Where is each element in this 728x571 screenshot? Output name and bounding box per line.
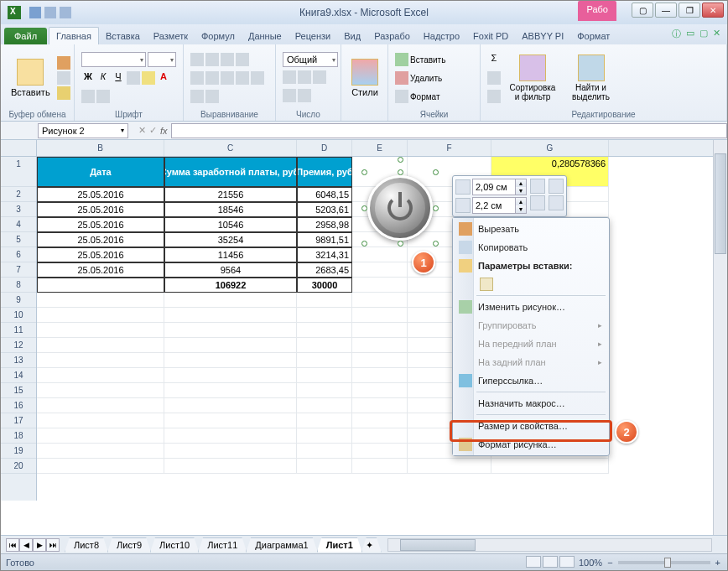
- mdi-close-icon[interactable]: ✕: [713, 28, 720, 40]
- ribbon-minimize-button[interactable]: ▢: [632, 3, 653, 18]
- currency-icon[interactable]: [283, 70, 296, 84]
- row-header[interactable]: 7: [1, 262, 36, 278]
- cell[interactable]: [297, 368, 352, 383]
- row-header[interactable]: 19: [1, 444, 36, 459]
- cell[interactable]: [352, 383, 408, 398]
- view-pagelayout-icon[interactable]: [543, 556, 558, 568]
- cell[interactable]: [352, 428, 408, 444]
- border-icon[interactable]: [127, 71, 140, 85]
- cell[interactable]: 5203,61: [297, 202, 352, 217]
- cell[interactable]: [297, 413, 352, 428]
- cell[interactable]: [297, 459, 352, 474]
- cell[interactable]: 21556: [164, 187, 297, 202]
- cell[interactable]: [297, 338, 352, 353]
- cell[interactable]: [352, 338, 408, 353]
- cell[interactable]: [408, 459, 491, 474]
- picture-power-button[interactable]: [367, 175, 433, 241]
- cell[interactable]: [352, 278, 408, 293]
- cell[interactable]: 6048,15: [297, 187, 352, 202]
- cell[interactable]: [352, 398, 408, 413]
- cell[interactable]: [164, 428, 297, 444]
- horizontal-scrollbar[interactable]: [387, 538, 712, 552]
- mdi-max-icon[interactable]: ▢: [699, 28, 708, 40]
- contextual-tab[interactable]: Рабо: [578, 1, 616, 21]
- cell[interactable]: 18546: [164, 202, 297, 217]
- cell[interactable]: [37, 353, 164, 368]
- comma-icon[interactable]: [313, 70, 326, 84]
- cell[interactable]: [491, 459, 609, 474]
- cancel-formula-icon[interactable]: ✕: [138, 125, 146, 136]
- close-button[interactable]: ✕: [702, 3, 724, 18]
- spin-down-icon[interactable]: ▼: [516, 205, 526, 213]
- cut-icon[interactable]: [57, 56, 70, 70]
- scrollbar-thumb[interactable]: [715, 153, 726, 254]
- tab-pagelayout[interactable]: Разметк: [147, 28, 195, 44]
- cell[interactable]: [37, 444, 164, 459]
- cell[interactable]: [352, 323, 408, 338]
- enter-formula-icon[interactable]: ✓: [149, 125, 157, 136]
- fill-icon[interactable]: [487, 71, 501, 85]
- fx-icon[interactable]: fx: [160, 126, 168, 136]
- zoom-slider[interactable]: [618, 561, 710, 564]
- ctx-hyperlink[interactable]: Гиперссылка…: [455, 371, 607, 390]
- row-header[interactable]: 14: [1, 368, 36, 383]
- cell[interactable]: 9564: [164, 262, 297, 278]
- autosum-icon[interactable]: Σ: [487, 53, 501, 66]
- align-bot-icon[interactable]: [221, 53, 234, 66]
- vertical-scrollbar[interactable]: [713, 140, 727, 535]
- cell[interactable]: 11456: [164, 247, 297, 262]
- sheet-tab-active[interactable]: Лист1: [317, 537, 362, 553]
- sheet-tab[interactable]: Лист10: [150, 537, 199, 553]
- cell[interactable]: [37, 308, 164, 323]
- send-backward-icon[interactable]: [530, 195, 545, 210]
- ctx-paste-option-picture[interactable]: [455, 275, 607, 293]
- delete-cells-icon[interactable]: [395, 71, 408, 85]
- merge-icon[interactable]: [205, 90, 219, 103]
- row-header[interactable]: 20: [1, 459, 36, 474]
- crop-width-icon[interactable]: [455, 198, 471, 213]
- bold-icon[interactable]: Ж: [81, 71, 95, 85]
- cell[interactable]: Дата: [37, 157, 164, 187]
- width-value[interactable]: [473, 200, 515, 210]
- clear-icon[interactable]: [487, 90, 501, 103]
- name-box[interactable]: Рисунок 2▾: [38, 123, 128, 138]
- cell[interactable]: [37, 413, 164, 428]
- maximize-button[interactable]: ❐: [679, 3, 700, 18]
- new-sheet-button[interactable]: ✦: [361, 537, 382, 553]
- ctx-cut[interactable]: Вырезать: [455, 220, 607, 238]
- format-cells-icon[interactable]: [395, 90, 408, 103]
- sheet-nav-first-icon[interactable]: ⏮: [6, 538, 19, 552]
- cell[interactable]: [37, 278, 164, 293]
- qat-save-icon[interactable]: [29, 7, 41, 18]
- cell[interactable]: [37, 459, 164, 474]
- tab-addins[interactable]: Надстро: [417, 28, 466, 44]
- ctx-assign-macro[interactable]: Назначить макрос…: [455, 394, 607, 413]
- sort-filter-button[interactable]: Сортировка и фильтр: [504, 53, 561, 103]
- tab-review[interactable]: Рецензи: [289, 28, 338, 44]
- cell[interactable]: [352, 262, 408, 278]
- row-header[interactable]: 11: [1, 323, 36, 338]
- cell[interactable]: 30000: [297, 278, 352, 293]
- tab-data[interactable]: Данные: [242, 28, 289, 44]
- file-tab[interactable]: Файл: [4, 28, 47, 44]
- select-all-corner[interactable]: [1, 140, 36, 157]
- number-format-combo[interactable]: Общий: [283, 52, 338, 67]
- cell[interactable]: [37, 368, 164, 383]
- cell[interactable]: [37, 338, 164, 353]
- row-header[interactable]: 1: [1, 157, 36, 187]
- underline-icon[interactable]: Ч: [112, 71, 125, 85]
- delete-cells-label[interactable]: Удалить: [410, 74, 442, 83]
- row-header[interactable]: 5: [1, 232, 36, 247]
- cell[interactable]: [297, 353, 352, 368]
- cell[interactable]: [37, 383, 164, 398]
- find-select-button[interactable]: Найти и выделить: [564, 53, 617, 103]
- align-mid-icon[interactable]: [205, 53, 219, 66]
- help-icon[interactable]: ⓘ: [672, 28, 681, 40]
- row-header[interactable]: 3: [1, 202, 36, 217]
- cell[interactable]: [352, 353, 408, 368]
- wrap-text-icon[interactable]: [190, 90, 204, 103]
- align-top-icon[interactable]: [190, 53, 204, 66]
- row-header[interactable]: 4: [1, 217, 36, 232]
- tab-format[interactable]: Формат: [570, 28, 616, 44]
- rotate-icon[interactable]: [549, 179, 564, 194]
